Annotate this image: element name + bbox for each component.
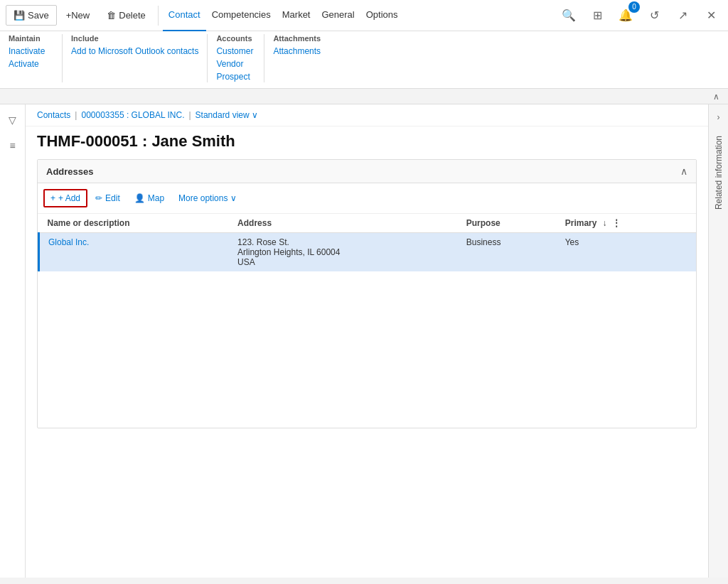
edit-icon: ✏ — [95, 193, 102, 203]
table-header: Name or description Address Purpose Prim… — [39, 214, 697, 233]
addresses-section: Addresses ∧ + + Add ✏ Edit 👤 Map — [37, 159, 697, 428]
section-toolbar: + + Add ✏ Edit 👤 Map More options ∨ — [38, 183, 696, 214]
right-panel-chevron[interactable]: › — [712, 110, 726, 124]
col-primary-actions: Primary ↓ ⋮ — [565, 218, 687, 228]
share-icon: ↗ — [678, 9, 687, 22]
section-collapse-button[interactable]: ∧ — [680, 166, 687, 177]
ribbon-group-maintain-title: Maintain — [9, 34, 53, 43]
col-purpose: Purpose — [458, 214, 557, 233]
breadcrumb-contacts[interactable]: Contacts — [37, 110, 70, 120]
map-label: Map — [148, 193, 164, 203]
breadcrumb-sep-2: | — [188, 110, 191, 120]
ribbon-group-attachments-title: Attachments — [273, 34, 321, 43]
edit-button[interactable]: ✏ Edit — [89, 190, 127, 207]
content-scroll[interactable]: Contacts | 000003355 : GLOBAL INC. | Sta… — [26, 104, 708, 578]
ribbon-group-accounts: Accounts Customer Vendor Prospect — [208, 34, 264, 82]
close-button[interactable]: ✕ — [700, 4, 722, 27]
table-row[interactable]: Global Inc. 123. Rose St. Arlington Heig… — [39, 233, 697, 272]
save-label: Save — [28, 10, 49, 21]
new-button[interactable]: +New — [58, 5, 98, 26]
refresh-button[interactable]: ↺ — [643, 4, 665, 27]
address-line2: Arlington Heights, IL 60004 — [237, 247, 449, 257]
address-table: Name or description Address Purpose Prim… — [38, 214, 696, 271]
ribbon-include-items: Add to Microsoft Outlook contacts — [71, 45, 198, 57]
ribbon-activate[interactable]: Activate — [9, 58, 53, 70]
chevron-down-icon: ∨ — [230, 193, 237, 203]
ribbon-attachments-items: Attachments — [273, 45, 321, 57]
breadcrumb-view-selector[interactable]: Standard view ∨ — [196, 110, 258, 120]
grid-button[interactable]: ⊞ — [586, 4, 609, 27]
nav-contact[interactable]: Contact — [163, 0, 206, 31]
row-name-link[interactable]: Global Inc. — [48, 237, 89, 247]
map-icon: 👤 — [134, 193, 145, 203]
ribbon: Maintain Inactivate Activate Include Add… — [0, 31, 728, 89]
nav-competencies[interactable]: Competencies — [206, 0, 277, 31]
cell-name: Global Inc. — [39, 233, 230, 272]
sort-icon[interactable]: ↓ — [602, 218, 606, 228]
col-primary: Primary ↓ ⋮ — [557, 214, 696, 233]
collapse-bar: ∧ — [0, 89, 728, 104]
content-area: Contacts | 000003355 : GLOBAL INC. | Sta… — [26, 104, 708, 578]
col-address: Address — [229, 214, 458, 233]
ribbon-group-maintain: Maintain Inactivate Activate — [6, 34, 63, 82]
notification-badge: 0 — [628, 1, 640, 13]
table-body: Global Inc. 123. Rose St. Arlington Heig… — [39, 233, 697, 272]
address-line3: USA — [237, 257, 449, 267]
ribbon-prospect[interactable]: Prospect — [216, 71, 255, 82]
ribbon-group-accounts-title: Accounts — [216, 34, 255, 43]
delete-button[interactable]: 🗑 Delete — [99, 5, 154, 26]
ribbon-vendor[interactable]: Vendor — [216, 58, 255, 70]
nav-market[interactable]: Market — [277, 0, 316, 31]
col-actions-icon[interactable]: ⋮ — [612, 218, 621, 228]
ribbon-add-outlook[interactable]: Add to Microsoft Outlook contacts — [71, 45, 198, 57]
right-panel: › Related information — [708, 104, 728, 578]
nav-general[interactable]: General — [316, 0, 360, 31]
ribbon-group-attachments: Attachments Attachments — [264, 34, 329, 82]
delete-label: Delete — [119, 10, 146, 21]
ribbon-customer[interactable]: Customer — [216, 45, 255, 57]
refresh-icon: ↺ — [650, 9, 659, 22]
breadcrumb-sep-1: | — [75, 110, 77, 120]
search-icon: 🔍 — [562, 9, 576, 22]
add-icon: + — [50, 193, 55, 203]
ribbon-group-include-title: Include — [71, 34, 198, 43]
add-label: + Add — [58, 193, 80, 203]
nav-tabs: Contact Competencies Market General Opti… — [163, 0, 404, 31]
toolbar-separator-1 — [158, 6, 159, 26]
breadcrumb-record[interactable]: 000003355 : GLOBAL INC. — [81, 110, 184, 120]
filter-icon[interactable]: ▽ — [3, 110, 23, 130]
cell-purpose: Business — [458, 233, 557, 272]
breadcrumb: Contacts | 000003355 : GLOBAL INC. | Sta… — [26, 104, 708, 126]
right-panel-label: Related information — [714, 136, 724, 210]
cell-address: 123. Rose St. Arlington Heights, IL 6000… — [229, 233, 458, 272]
ribbon-maintain-items: Inactivate Activate — [9, 45, 53, 70]
breadcrumb-view-label: Standard view — [196, 110, 250, 120]
chevron-down-icon: ∨ — [252, 110, 258, 120]
page-title: THMF-000051 : Jane Smith — [26, 126, 708, 159]
grid-icon: ⊞ — [593, 9, 602, 22]
more-options-button[interactable]: More options ∨ — [172, 190, 243, 207]
ribbon-group-include: Include Add to Microsoft Outlook contact… — [63, 34, 208, 82]
delete-icon: 🗑 — [107, 10, 116, 21]
toolbar-right: 🔍 ⊞ 🔔 0 ↺ ↗ ✕ — [557, 4, 722, 27]
notification-container: 🔔 0 — [614, 4, 637, 27]
save-icon: 💾 — [14, 10, 25, 21]
add-button[interactable]: + + Add — [43, 189, 87, 207]
close-icon: ✕ — [707, 9, 716, 22]
collapse-ribbon-button[interactable]: ∧ — [713, 92, 719, 102]
search-button[interactable]: 🔍 — [557, 4, 580, 27]
ribbon-attachments[interactable]: Attachments — [273, 45, 321, 57]
main-toolbar: 💾 Save +New 🗑 Delete Contact Competencie… — [0, 0, 728, 31]
save-button[interactable]: 💾 Save — [6, 5, 57, 26]
section-header: Addresses ∧ — [38, 160, 696, 183]
main-layout: ▽ ≡ Contacts | 000003355 : GLOBAL INC. |… — [0, 104, 728, 578]
table-header-row: Name or description Address Purpose Prim… — [39, 214, 697, 233]
address-line1: 123. Rose St. — [237, 237, 449, 247]
edit-label: Edit — [105, 193, 120, 203]
nav-options[interactable]: Options — [360, 0, 404, 31]
menu-icon[interactable]: ≡ — [3, 136, 23, 156]
section-title: Addresses — [46, 166, 93, 177]
ribbon-inactivate[interactable]: Inactivate — [9, 45, 53, 57]
map-button[interactable]: 👤 Map — [128, 190, 171, 207]
share-button[interactable]: ↗ — [671, 4, 694, 27]
